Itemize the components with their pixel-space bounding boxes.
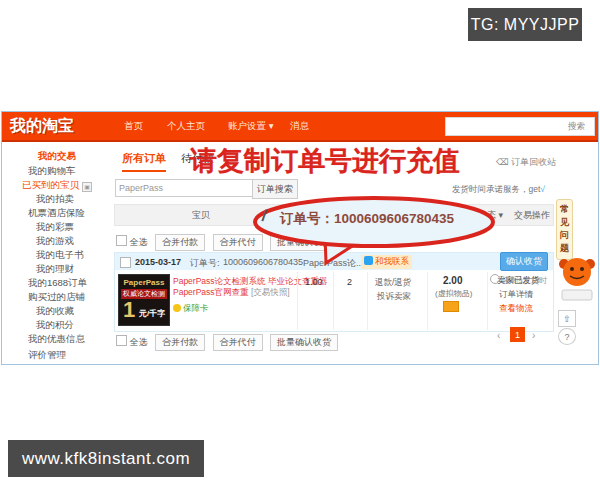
divider — [487, 272, 488, 330]
page-next[interactable]: › — [532, 330, 535, 341]
order-date: 2015-03-17 — [135, 257, 181, 267]
select-all-checkbox[interactable] — [116, 235, 127, 246]
select-all-label: 全选 — [130, 337, 148, 347]
batch-confirm-button[interactable]: 批量确认收货 — [270, 334, 338, 351]
divider — [297, 272, 298, 330]
quantity: 2 — [347, 277, 352, 287]
thumb-price-number: 1 — [123, 297, 135, 323]
select-all-label: 全选 — [130, 237, 148, 247]
page: TG: MYYJJPP www.kfk8instant.com 我的淘宝 首页 … — [0, 0, 600, 480]
sidebar-item-favorites[interactable]: 我的收藏 — [36, 305, 74, 318]
confirm-receipt-button[interactable]: 确认收货 — [500, 252, 548, 271]
sidebar-item-flight-hotel[interactable]: 机票酒店保险 — [28, 207, 85, 220]
thumb-brand: PaperPass — [119, 278, 169, 287]
order-number-label: 订单号: — [190, 257, 220, 270]
select-all-checkbox[interactable] — [116, 335, 127, 346]
product-thumbnail[interactable]: PaperPass 权威论文检测 1 元/千字 — [118, 274, 170, 326]
paid-amount: 2.00 — [443, 275, 462, 286]
sidebar-item-1688-orders[interactable]: 我的1688订单 — [28, 277, 87, 290]
unit-price: 1.00 — [305, 277, 323, 287]
help-button[interactable]: ? — [558, 328, 576, 345]
collapse-icon[interactable]: ▣ — [82, 182, 92, 192]
order-search-input[interactable] — [115, 179, 253, 197]
site-url-badge: www.kfk8instant.com — [8, 440, 204, 477]
merge-pay-button[interactable]: 合并付款 — [155, 334, 205, 351]
taobao-screenshot-frame: 我的淘宝 首页 个人主页 账户设置 ▾ 消息 搜索 我的交易 我的购物车 已买到… — [1, 111, 599, 365]
clock-icon — [490, 274, 500, 284]
confirm-countdown: 还剩9天13时 — [490, 274, 547, 286]
order-checkbox[interactable] — [120, 257, 131, 269]
product-subtitle[interactable]: PaperPass官网查重 [交易快照] — [173, 287, 290, 299]
trade-snapshot-link[interactable]: [交易快照] — [251, 287, 290, 297]
merge-pay-button[interactable]: 合并付款 — [155, 234, 205, 251]
sidebar-item-ebooks[interactable]: 我的电子书 — [36, 249, 84, 262]
sidebar-item-shops-bought[interactable]: 购买过的店铺 — [28, 291, 85, 304]
divider — [367, 272, 368, 330]
sidebar-item-games[interactable]: 我的游戏 — [36, 235, 74, 248]
alipay-icon — [443, 301, 459, 312]
taobao-mascot-icon — [556, 252, 598, 304]
faq-side-tab[interactable]: 常见问题 — [556, 199, 573, 260]
back-to-top-button[interactable]: ⇧ — [558, 310, 576, 327]
service-tag: 保障卡 — [173, 303, 209, 315]
view-logistics-link[interactable]: 查看物流 — [499, 303, 533, 315]
col-item: 宝贝 — [192, 209, 210, 222]
sidebar-item-purchased[interactable]: 已买到的宝贝▣ — [22, 179, 92, 192]
sidebar-item-auction[interactable]: 我的拍卖 — [36, 193, 74, 206]
page-current[interactable]: 1 — [510, 327, 525, 342]
sidebar-item-lottery[interactable]: 我的彩票 — [36, 221, 74, 234]
taobao-logo: 我的淘宝 — [10, 116, 74, 137]
paid-note: (虚拟物品) — [435, 288, 472, 299]
divider — [333, 272, 334, 330]
annotation-headline: 请复制订单号进行充值 — [190, 143, 460, 179]
complain-seller-link[interactable]: 投诉卖家 — [377, 291, 411, 303]
sidebar-item-coupons[interactable]: 我的优惠信息 — [28, 333, 85, 346]
merge-daifu-button[interactable]: 合并代付 — [213, 334, 263, 351]
sidebar-section-my-trades: 我的交易 — [38, 150, 76, 163]
tg-contact-badge: TG: MYYJJPP — [468, 8, 582, 41]
annotation-order-number: 订单号：1000609606780435 — [280, 210, 454, 228]
thumb-price-unit: 元/千字 — [139, 308, 165, 319]
service-tag-icon — [173, 304, 181, 312]
sidebar-item-cart[interactable]: 我的购物车 — [28, 165, 76, 178]
page-prev[interactable]: ‹ — [497, 330, 500, 341]
col-action: 交易操作 — [514, 209, 550, 222]
batch-bar-bottom: 全选 合并付款 合并代付 批量确认收货 — [116, 334, 338, 351]
sidebar-item-points[interactable]: 我的积分 — [36, 319, 74, 332]
order-detail-link[interactable]: 订单详情 — [499, 289, 533, 301]
refund-link[interactable]: 退款/退货 — [375, 277, 411, 289]
divider — [427, 272, 428, 330]
annotation-bubble — [250, 195, 500, 275]
sidebar-item-finance[interactable]: 我的理财 — [36, 263, 74, 276]
sidebar-item-review-management[interactable]: 评价管理 — [28, 349, 66, 362]
